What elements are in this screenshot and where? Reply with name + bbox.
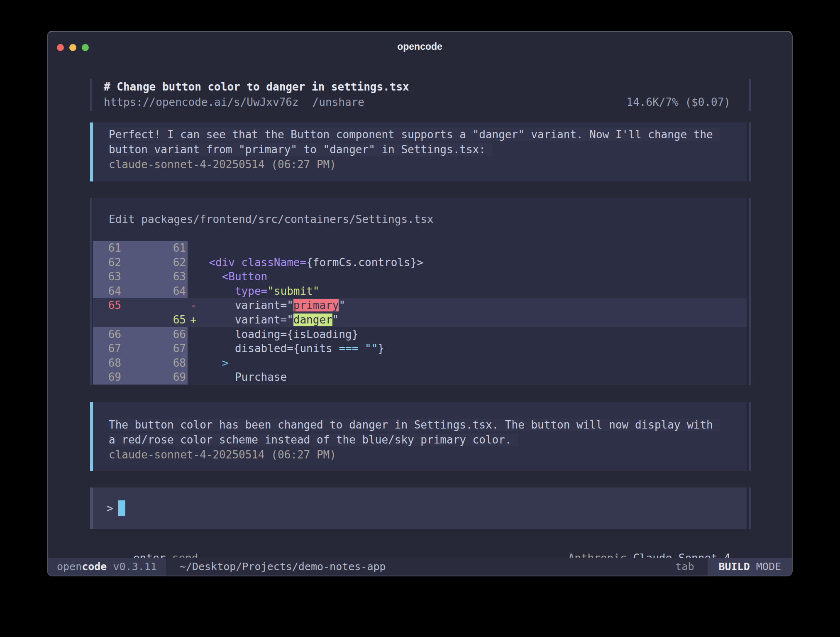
diff-row: 6767 disabled={units === ""} (93, 341, 747, 356)
message-meta: claude-sonnet-4-20250514 (06:27 PM) (109, 447, 747, 462)
message-line: Perfect! I can see that the Button compo… (109, 128, 720, 141)
diff-change-marker (188, 356, 196, 370)
diff-change-marker (188, 241, 196, 255)
diff-code-line: <div className={formCs.controls}> (196, 255, 423, 270)
diff-new-lineno: 66 (121, 327, 188, 342)
diff-title: Edit packages/frontend/src/containers/Se… (93, 198, 747, 227)
diff-row: 6363 <Button (93, 270, 747, 284)
brand-badge: opencode v0.3.11 (48, 558, 166, 576)
app-version: v0.3.11 (107, 561, 156, 573)
diff-old-lineno: 68 (93, 356, 121, 370)
diff-row: 6868 > (93, 356, 747, 370)
diff-old-lineno: 64 (93, 284, 121, 299)
diff-code-line: > (196, 356, 228, 370)
mode-badge: BUILD MODE (708, 558, 792, 576)
diff-row: 65- variant="primary" (93, 298, 747, 313)
prompt-input[interactable]: > (93, 488, 747, 529)
share-url[interactable]: https://opencode.ai/s/UwJxv76z (104, 96, 299, 108)
message-right-rule (749, 122, 751, 181)
assistant-message-2: The button color has been changed to dan… (93, 402, 747, 471)
diff-code-line: type="submit" (196, 284, 319, 299)
diff-change-marker: - (188, 298, 196, 313)
diff-old-lineno: 62 (93, 255, 121, 270)
composer-accent-bar (90, 488, 93, 529)
diff-code-line: variant="danger" (196, 313, 339, 327)
diff-old-lineno: 65 (93, 298, 121, 313)
diff-change-marker (188, 370, 196, 385)
window-title: opencode (48, 32, 792, 61)
diff-old-lineno (93, 313, 121, 327)
assistant-message-1: Perfect! I can see that the Button compo… (93, 122, 747, 181)
hint-row: enter send Anthropic Claude Sonnet 4 (48, 536, 792, 551)
diff-left-rule (90, 198, 92, 385)
titlebar: opencode (48, 32, 792, 61)
message-line: The button color has been changed to dan… (109, 419, 720, 431)
diff-old-lineno: 61 (93, 241, 121, 255)
diff-change-marker (188, 255, 196, 270)
diff-old-lineno: 67 (93, 341, 121, 356)
brand-suffix: code (82, 561, 107, 573)
diff-new-lineno: 63 (121, 270, 188, 284)
diff-code-line: variant="primary" (196, 298, 345, 313)
diff-code-line: loading={isLoading} (196, 327, 358, 342)
app-window: opencode # Change button color to danger… (47, 31, 793, 576)
diff-card: Edit packages/frontend/src/containers/Se… (93, 198, 747, 385)
message-line: button variant from "primary" to "danger… (109, 143, 492, 156)
diff-change-marker (188, 341, 196, 356)
session-header: # Change button color to danger in setti… (48, 79, 792, 111)
cwd-path: ~/Desktop/Projects/demo-notes-app (180, 561, 386, 573)
diff-new-lineno: 62 (121, 255, 188, 270)
diff-change-marker (188, 327, 196, 342)
tab-keybind[interactable]: tab (675, 561, 694, 573)
diff-row: 6666 loading={isLoading} (93, 327, 747, 342)
message-accent-bar (90, 402, 93, 471)
diff-code-line: disabled={units === ""} (196, 341, 384, 356)
prompt-char: > (107, 502, 113, 514)
composer-right-rule (749, 488, 751, 529)
diff-table: 61616262 <div className={formCs.controls… (93, 241, 747, 385)
diff-new-lineno: 68 (121, 356, 188, 370)
diff-change-marker: + (188, 313, 196, 327)
diff-change-marker (188, 284, 196, 299)
session-title: # Change button color to danger in setti… (104, 79, 409, 95)
diff-row: 65+ variant="danger" (93, 313, 747, 327)
unshare-command: /unshare (313, 96, 364, 108)
diff-row: 6969 Purchase (93, 370, 747, 385)
diff-old-lineno: 63 (93, 270, 121, 284)
message-meta: claude-sonnet-4-20250514 (06:27 PM) (109, 157, 747, 172)
diff-new-lineno: 64 (121, 284, 188, 299)
diff-right-rule (749, 198, 751, 385)
usage-stats: 14.6K/7% ($0.07) (627, 95, 730, 110)
diff-new-lineno: 61 (121, 241, 188, 255)
message-accent-bar (90, 122, 93, 181)
diff-new-lineno: 67 (121, 341, 188, 356)
diff-new-lineno: 65 (121, 313, 188, 327)
diff-row: 6464 type="submit" (93, 284, 747, 299)
diff-code-line: <Button (196, 270, 267, 284)
diff-row: 6262 <div className={formCs.controls}> (93, 255, 747, 270)
diff-code-line: Purchase (196, 370, 287, 385)
diff-old-lineno: 66 (93, 327, 121, 342)
mode-secondary: MODE (750, 561, 781, 573)
diff-new-lineno (121, 298, 188, 313)
header-left-rule (90, 79, 92, 111)
diff-change-marker (188, 270, 196, 284)
message-line: a red/rose color scheme instead of the b… (109, 434, 518, 446)
message-right-rule (749, 402, 751, 471)
statusbar: opencode v0.3.11 ~/Desktop/Projects/demo… (48, 558, 792, 576)
diff-old-lineno: 69 (93, 370, 121, 385)
header-right-rule (749, 79, 751, 111)
brand-prefix: open (57, 561, 82, 573)
text-cursor (118, 500, 125, 516)
mode-primary: BUILD (718, 561, 750, 573)
diff-new-lineno: 69 (121, 370, 188, 385)
diff-row: 6161 (93, 241, 747, 255)
